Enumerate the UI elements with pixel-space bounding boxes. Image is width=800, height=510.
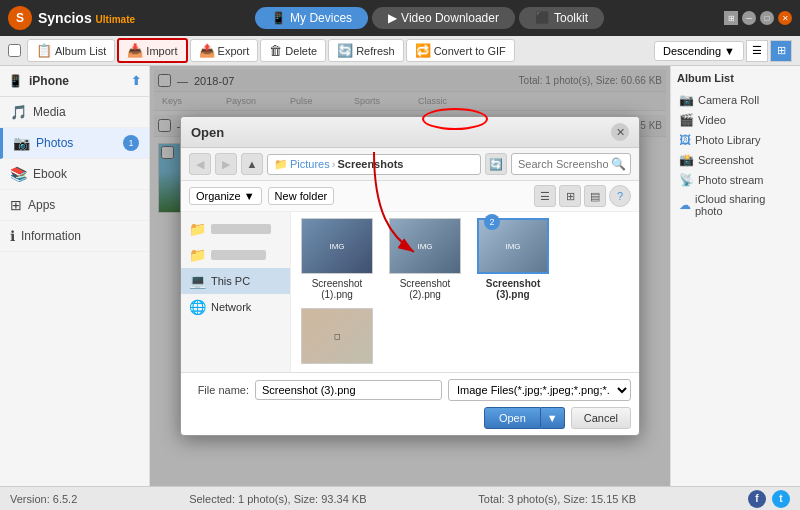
filename-label: File name: [189,384,249,396]
view-details-button[interactable]: ▤ [584,185,606,207]
file-name-2: Screenshot (2).png [385,278,465,300]
nav-back-button[interactable]: ◀ [189,153,211,175]
dialog-nav: ◀ ▶ ▲ 📁 Pictures › Screenshots 🔄 🔍 [181,148,639,181]
file-name-1: Screenshot (1).png [297,278,377,300]
folder-icon: 📁 [274,158,288,171]
open-dialog: Open ✕ ◀ ▶ ▲ 📁 Pictures › Screenshots 🔄 [180,116,640,436]
breadcrumb-current: Screenshots [337,158,403,170]
rp-item-screenshot[interactable]: 📸 Screenshot [677,150,794,170]
maximize-button[interactable]: □ [760,11,774,25]
organize-button[interactable]: Organize ▼ [189,187,262,205]
iphone-icon: 📱 [8,74,23,88]
filetype-select[interactable]: Image Files(*.jpg;*.jpeg;*.png;*. [448,379,631,401]
open-button-group: Open ▼ [484,407,565,429]
toolkit-icon: ⬛ [535,11,550,25]
window-controls: ⊞ ─ □ ✕ [724,11,792,25]
app-logo: S [8,6,32,30]
file-item-1[interactable]: IMG Screenshot (1).png [297,218,377,300]
rp-item-icloud-sharing[interactable]: ☁ iCloud sharing photo [677,190,794,220]
view-list-button[interactable]: ☰ [534,185,556,207]
total-label: Total: 3 photo(s), Size: 15.15 KB [478,493,636,505]
photo-library-icon: 🖼 [679,133,691,147]
nav-forward-button[interactable]: ▶ [215,153,237,175]
search-icon: 🔍 [611,157,626,171]
right-panel: Album List 📷 Camera Roll 🎬 Video 🖼 Photo… [670,66,800,486]
album-list-button[interactable]: 📋 Album List [27,39,115,62]
select-all-checkbox[interactable] [8,44,21,57]
sidebar-item-media[interactable]: 🎵 Media [0,97,149,128]
view-grid-button[interactable]: ⊞ [559,185,581,207]
sidebar-item-blurred-2[interactable]: 📁 [181,242,290,268]
delete-button[interactable]: 🗑 Delete [260,39,326,62]
sidebar-item-ebook[interactable]: 📚 Ebook [0,159,149,190]
cancel-button[interactable]: Cancel [571,407,631,429]
dialog-toolbar: Organize ▼ New folder ☰ ⊞ ▤ ? [181,181,639,212]
export-button[interactable]: 📤 Export [190,39,259,62]
rp-item-photo-stream[interactable]: 📡 Photo stream [677,170,794,190]
content-area: — 2018-07 Total: 1 photo(s), Size: 60.66… [150,66,670,486]
list-view-button[interactable]: ☰ [746,40,768,62]
import-icon: 📥 [127,43,143,58]
dialog-close-button[interactable]: ✕ [611,123,629,141]
open-dropdown-arrow[interactable]: ▼ [541,407,565,429]
file-item-3[interactable]: IMG Screenshot (3).png [473,218,553,300]
device-label: 📱 iPhone ⬆ [0,66,149,97]
rp-item-camera-roll[interactable]: 📷 Camera Roll [677,90,794,110]
statusbar: Version: 6.5.2 Selected: 1 photo(s), Siz… [0,486,800,510]
photos-icon: 📷 [13,135,30,151]
facebook-button[interactable]: f [748,490,766,508]
sidebar-item-apps[interactable]: ⊞ Apps [0,190,149,221]
close-button[interactable]: ✕ [778,11,792,25]
export-icon: 📤 [199,43,215,58]
dialog-search-input[interactable] [518,158,608,170]
filename-row: File name: Image Files(*.jpg;*.jpeg;*.pn… [189,379,631,401]
rp-item-video[interactable]: 🎬 Video [677,110,794,130]
dialog-files: IMG Screenshot (1).png IMG Scree [291,212,639,372]
sidebar-item-blurred-1[interactable]: 📁 [181,216,290,242]
view-toggle: ☰ ⊞ [746,40,792,62]
dialog-title: Open [191,125,224,140]
open-button[interactable]: Open [484,407,541,429]
network-icon: 🌐 [189,299,206,315]
camera-roll-icon: 📷 [679,93,694,107]
convert-gif-button[interactable]: 🔁 Convert to GIF [406,39,515,62]
breadcrumb-parent[interactable]: Pictures [290,158,330,170]
minimize-button[interactable]: ─ [742,11,756,25]
delete-icon: 🗑 [269,43,282,58]
upload-icon: ⬆ [131,74,141,88]
tab-toolkit[interactable]: ⬛ Toolkit [519,7,604,29]
grid-view-btn[interactable]: ⊞ [724,11,738,25]
tab-video-downloader[interactable]: ▶ Video Downloader [372,7,515,29]
nav-refresh-button[interactable]: 🔄 [485,153,507,175]
rp-item-photo-library[interactable]: 🖼 Photo Library [677,130,794,150]
help-button[interactable]: ? [609,185,631,207]
file-item-2[interactable]: IMG Screenshot (2).png [385,218,465,300]
media-icon: 🎵 [10,104,27,120]
sidebar-item-network[interactable]: 🌐 Network [181,294,290,320]
sidebar-item-information[interactable]: ℹ Information [0,221,149,252]
new-folder-button[interactable]: New folder [268,187,335,205]
import-button[interactable]: 📥 Import [117,38,187,63]
toolbar: 📋 Album List 📥 Import 📤 Export 🗑 Delete … [0,36,800,66]
twitter-button[interactable]: t [772,490,790,508]
dialog-action-buttons: Open ▼ Cancel [189,407,631,429]
nav-up-button[interactable]: ▲ [241,153,263,175]
sort-dropdown[interactable]: Descending ▼ [654,41,744,61]
dialog-body: 📁 📁 💻 This PC 🌐 Ne [181,212,639,372]
tab-my-devices[interactable]: 📱 My Devices [255,7,368,29]
folder-icon-2: 📁 [189,247,206,263]
selected-label: Selected: 1 photo(s), Size: 93.34 KB [189,493,366,505]
filename-input[interactable] [255,380,442,400]
refresh-button[interactable]: 🔄 Refresh [328,39,404,62]
sidebar-item-photos[interactable]: 📷 Photos 1 [0,128,149,159]
apps-icon: ⊞ [10,197,22,213]
refresh-icon: 🔄 [337,43,353,58]
sidebar-item-this-pc[interactable]: 💻 This PC [181,268,290,294]
grid-view-button[interactable]: ⊞ [770,40,792,62]
ebook-icon: 📚 [10,166,27,182]
pc-icon: 💻 [189,273,206,289]
app-branding: S Syncios Ultimate [8,6,135,30]
dialog-sidebar: 📁 📁 💻 This PC 🌐 Ne [181,212,291,372]
file-item-4[interactable]: ◻ [297,308,377,368]
screenshot-icon: 📸 [679,153,694,167]
